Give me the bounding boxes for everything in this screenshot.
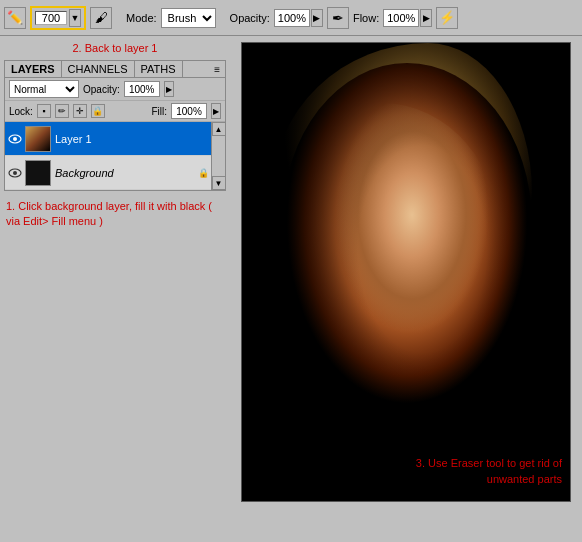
flow-label: Flow: — [353, 12, 379, 24]
tab-layers[interactable]: LAYERS — [5, 61, 62, 77]
layers-panel: LAYERS CHANNELS PATHS ≡ Normal Opacity: … — [4, 60, 226, 191]
flow-input[interactable] — [383, 9, 419, 27]
blend-mode-dropdown[interactable]: Normal — [9, 80, 79, 98]
instruction-bottom: 1. Click background layer, fill it with … — [4, 199, 226, 230]
airbrush-icon[interactable]: ✒ — [327, 7, 349, 29]
lock-image-icon[interactable]: ✏ — [55, 104, 69, 118]
layer-item-layer1[interactable]: Layer 1 — [5, 122, 211, 156]
blend-opacity-row: Normal Opacity: ▶ — [5, 78, 225, 101]
opacity-label: Opacity: — [230, 12, 270, 24]
scroll-down-button[interactable]: ▼ — [212, 176, 226, 190]
opacity-box: ▶ — [274, 9, 323, 27]
fill-arrow[interactable]: ▶ — [211, 103, 221, 119]
flow-box: ▶ — [383, 9, 432, 27]
layer-list-container: Layer 1 Background — [5, 122, 225, 190]
canvas-frame: 3. Use Eraser tool to get rid of unwante… — [241, 42, 571, 502]
canvas-area: 3. Use Eraser tool to get rid of unwante… — [230, 36, 582, 542]
tab-channels[interactable]: CHANNELS — [62, 61, 135, 77]
flow-arrow[interactable]: ▶ — [420, 9, 432, 27]
portrait-vignette — [242, 43, 570, 501]
layer1-name: Layer 1 — [55, 133, 209, 145]
left-panel: 2. Back to layer 1 LAYERS CHANNELS PATHS… — [0, 36, 230, 542]
extra-tool-icon[interactable]: ⚡ — [436, 7, 458, 29]
lock-transparent-icon[interactable]: ▪ — [37, 104, 51, 118]
background-lock-icon: 🔒 — [197, 167, 209, 179]
lock-fill-row: Lock: ▪ ✏ ✛ 🔒 Fill: ▶ — [5, 101, 225, 122]
fill-label: Fill: — [151, 106, 167, 117]
brush-size-arrow[interactable]: ▼ — [69, 9, 81, 27]
tab-paths[interactable]: PATHS — [135, 61, 183, 77]
mode-dropdown[interactable]: Brush — [161, 8, 216, 28]
mode-label: Mode: — [126, 12, 157, 24]
lock-label: Lock: — [9, 106, 33, 117]
background-name: Background — [55, 167, 197, 179]
layer-item-background[interactable]: Background 🔒 — [5, 156, 211, 190]
toolbar: ✏️ 700 ▼ 🖌 Mode: Brush Opacity: ▶ ✒ Flow… — [0, 0, 582, 36]
svg-point-3 — [13, 171, 17, 175]
layer1-thumbnail — [25, 126, 51, 152]
layers-tabs: LAYERS CHANNELS PATHS ≡ — [5, 61, 225, 78]
brush-settings-icon[interactable]: 🖌 — [90, 7, 112, 29]
pencil-tool-icon[interactable]: ✏️ — [4, 7, 26, 29]
brush-size-box: 700 ▼ — [30, 6, 86, 30]
lock-position-icon[interactable]: ✛ — [73, 104, 87, 118]
layer-list: Layer 1 Background — [5, 122, 211, 190]
background-thumbnail — [25, 160, 51, 186]
layers-scrollbar[interactable]: ▲ ▼ — [211, 122, 225, 190]
opacity-arrow[interactable]: ▶ — [311, 9, 323, 27]
instruction-top: 2. Back to layer 1 — [4, 42, 226, 54]
brush-size-input[interactable]: 700 — [35, 11, 67, 25]
main-area: 2. Back to layer 1 LAYERS CHANNELS PATHS… — [0, 36, 582, 542]
canvas-instruction-text: 3. Use Eraser tool to get rid of unwante… — [416, 457, 562, 484]
opacity-row-input[interactable] — [124, 81, 160, 97]
layers-options-button[interactable]: ≡ — [209, 61, 225, 77]
scroll-up-button[interactable]: ▲ — [212, 122, 226, 136]
background-visibility-icon[interactable] — [7, 165, 23, 181]
opacity-row-label: Opacity: — [83, 84, 120, 95]
layer1-visibility-icon[interactable] — [7, 131, 23, 147]
lock-all-icon[interactable]: 🔒 — [91, 104, 105, 118]
opacity-row-arrow[interactable]: ▶ — [164, 81, 174, 97]
opacity-input[interactable] — [274, 9, 310, 27]
svg-point-1 — [13, 137, 17, 141]
fill-input[interactable] — [171, 103, 207, 119]
instruction-bottom-text: 1. Click background layer, fill it with … — [6, 200, 212, 227]
canvas-instruction: 3. Use Eraser tool to get rid of unwante… — [402, 456, 562, 487]
